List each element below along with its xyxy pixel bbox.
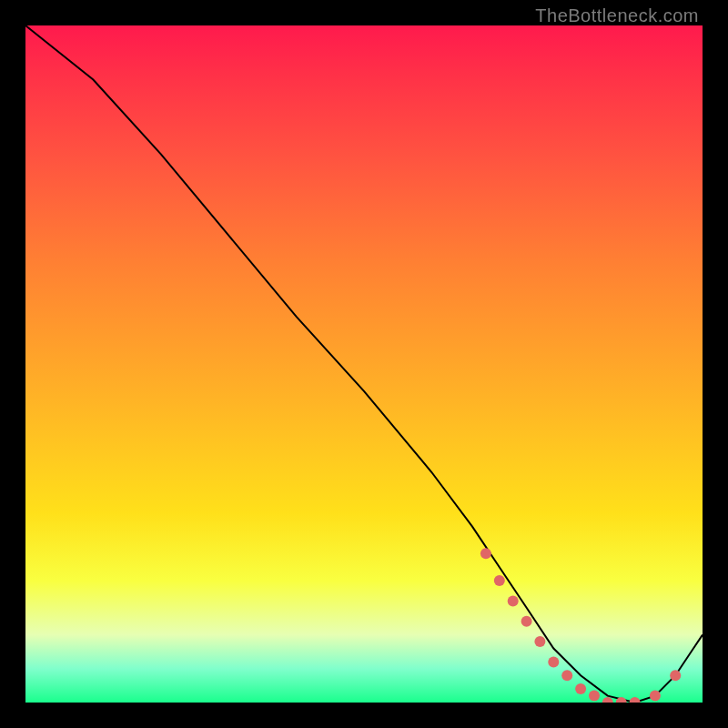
marker-point	[521, 616, 532, 627]
marker-point	[561, 670, 572, 681]
chart-frame: TheBottleneck.com	[0, 0, 728, 728]
marker-point	[630, 697, 641, 703]
marker-point	[616, 697, 627, 703]
marker-point	[508, 595, 519, 606]
watermark-text: TheBottleneck.com	[535, 5, 699, 26]
marker-point	[575, 683, 586, 694]
marker-point	[480, 548, 491, 559]
marker-point	[548, 656, 559, 667]
marker-point	[589, 691, 600, 702]
bottleneck-curve	[25, 25, 703, 703]
highlight-markers	[480, 548, 681, 703]
marker-point	[534, 636, 545, 647]
plot-area	[25, 25, 703, 703]
marker-point	[494, 575, 505, 586]
marker-point	[602, 697, 613, 703]
marker-point	[650, 691, 661, 702]
marker-point	[670, 670, 681, 681]
curve-svg	[25, 25, 703, 703]
